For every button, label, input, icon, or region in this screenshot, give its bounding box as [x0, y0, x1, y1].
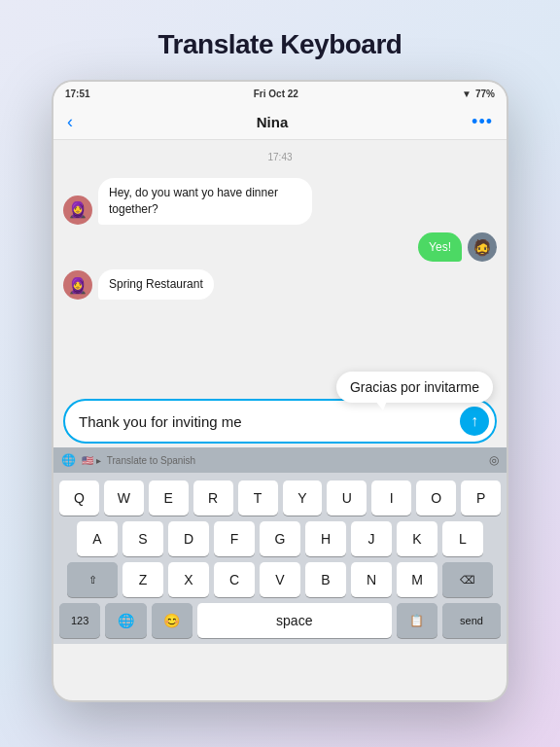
- key-c[interactable]: C: [214, 562, 255, 597]
- status-right: ▼ 77%: [462, 89, 495, 99]
- emoji-key[interactable]: 😊: [152, 603, 192, 638]
- message-input[interactable]: Thank you for inviting me: [79, 413, 452, 430]
- chat-messages: 🧕 Hey, do you want yo have dinner togeth…: [63, 174, 497, 303]
- key-x[interactable]: X: [168, 562, 209, 597]
- keyboard-toolbar-right: ◎: [489, 453, 499, 467]
- globe-icon: 🌐: [61, 453, 76, 467]
- key-s[interactable]: S: [122, 521, 163, 556]
- key-r[interactable]: R: [193, 480, 233, 516]
- backspace-key[interactable]: ⌫: [442, 562, 493, 597]
- shift-key[interactable]: ⇧: [67, 562, 118, 597]
- keyboard-area: Q W E R T Y U I O P A S D F G H J K: [53, 473, 507, 644]
- input-row[interactable]: Thank you for inviting me ↑: [63, 399, 497, 444]
- more-options-button[interactable]: •••: [472, 112, 493, 132]
- key-w[interactable]: W: [104, 480, 144, 516]
- avatar: 🧕: [63, 270, 92, 300]
- status-time: 17:51: [65, 89, 90, 99]
- avatar: 🧔: [468, 232, 497, 262]
- keyboard-row-4: 123 🌐 😊 space 📋 send: [59, 603, 501, 638]
- keyboard-row-1: Q W E R T Y U I O P: [59, 480, 501, 516]
- page-title: Translate Keyboard: [158, 29, 402, 60]
- message-row: 🧕 Hey, do you want yo have dinner togeth…: [63, 178, 497, 225]
- space-key[interactable]: space: [197, 603, 392, 638]
- keyboard-rows: Q W E R T Y U I O P A S D F G H J K: [55, 477, 505, 642]
- key-u[interactable]: U: [327, 480, 367, 516]
- device-frame: 17:51 Fri Oct 22 ▼ 77% ‹ Nina ••• 17:43 …: [52, 80, 508, 702]
- status-bar: 17:51 Fri Oct 22 ▼ 77%: [53, 82, 507, 105]
- send-button[interactable]: ↑: [460, 407, 489, 436]
- key-z[interactable]: Z: [122, 562, 163, 597]
- key-n[interactable]: N: [351, 562, 392, 597]
- battery-percent: 77%: [475, 89, 495, 99]
- key-q[interactable]: Q: [59, 480, 99, 516]
- input-translate-area: Gracias por invitarme Thank you for invi…: [53, 393, 507, 447]
- key-g[interactable]: G: [260, 521, 300, 556]
- key-j[interactable]: J: [351, 521, 392, 556]
- key-k[interactable]: K: [397, 521, 438, 556]
- avatar: 🧕: [63, 196, 92, 225]
- status-date: Fri Oct 22: [254, 89, 298, 99]
- message-row: 🧔 Yes!: [63, 232, 497, 263]
- message-time-label: 17:43: [63, 152, 497, 162]
- key-h[interactable]: H: [305, 521, 346, 556]
- key-d[interactable]: D: [168, 521, 209, 556]
- translation-bubble: Gracias por invitarme: [336, 372, 493, 403]
- chat-header: ‹ Nina •••: [53, 105, 507, 140]
- key-f[interactable]: F: [214, 521, 255, 556]
- key-v[interactable]: V: [260, 562, 300, 597]
- key-p[interactable]: P: [461, 480, 501, 516]
- keyboard-row-2: A S D F G H J K L: [59, 521, 501, 556]
- key-y[interactable]: Y: [283, 480, 323, 516]
- keyboard-toolbar: 🌐 🇺🇸 ▸ Translate to Spanish ◎: [53, 447, 507, 473]
- numbers-key[interactable]: 123: [59, 603, 100, 638]
- language-flags: 🇺🇸 ▸: [82, 455, 101, 466]
- key-a[interactable]: A: [77, 521, 118, 556]
- globe-key[interactable]: 🌐: [105, 603, 146, 638]
- key-i[interactable]: I: [371, 480, 411, 516]
- key-e[interactable]: E: [149, 480, 189, 516]
- key-l[interactable]: L: [442, 521, 483, 556]
- key-o[interactable]: O: [416, 480, 456, 516]
- key-m[interactable]: M: [397, 562, 438, 597]
- keyboard-send-key[interactable]: send: [442, 603, 501, 638]
- translate-label: Translate to Spanish: [107, 455, 195, 466]
- message-bubble: Spring Restaurant: [98, 269, 214, 300]
- wifi-icon: ▼: [462, 89, 472, 99]
- chat-area: 17:43 🧕 Hey, do you want yo have dinner …: [53, 140, 507, 393]
- message-bubble: Yes!: [418, 232, 462, 263]
- key-t[interactable]: T: [238, 480, 278, 516]
- doc-key[interactable]: 📋: [397, 603, 438, 638]
- back-button[interactable]: ‹: [67, 112, 73, 132]
- message-row: 🧕 Spring Restaurant: [63, 269, 497, 300]
- key-b[interactable]: B: [305, 562, 346, 597]
- keyboard-row-3: ⇧ Z X C V B N M ⌫: [59, 562, 501, 597]
- chat-contact-name: Nina: [257, 114, 289, 130]
- message-bubble: Hey, do you want yo have dinner together…: [98, 178, 312, 225]
